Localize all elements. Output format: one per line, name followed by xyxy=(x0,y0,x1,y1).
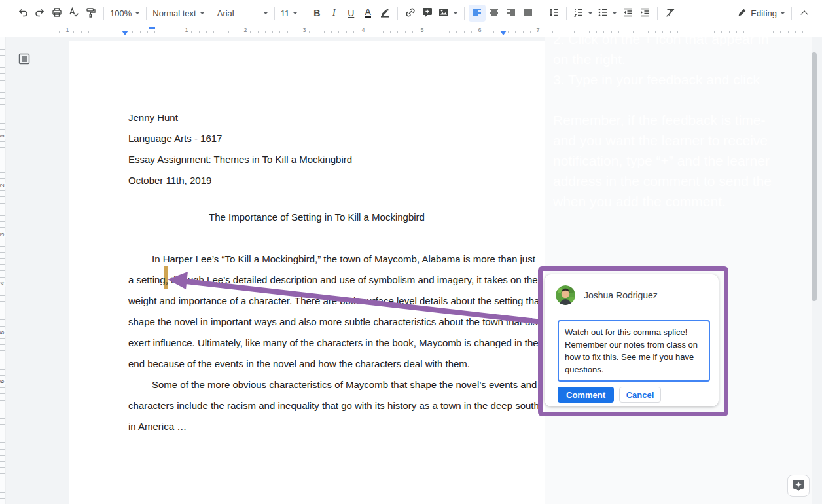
highlighter-icon xyxy=(379,7,391,20)
divider xyxy=(211,7,211,20)
text-color-icon: A xyxy=(365,8,371,18)
chevron-down-icon xyxy=(135,12,140,14)
doc-title-line[interactable]: The Importance of Setting in To Kill a M… xyxy=(128,207,505,228)
align-right-icon xyxy=(505,7,517,20)
paint-roller-icon xyxy=(85,7,97,20)
underline-button[interactable]: U xyxy=(342,5,359,22)
align-center-button[interactable] xyxy=(486,5,503,22)
align-right-button[interactable] xyxy=(503,5,520,22)
insert-image-button[interactable] xyxy=(436,5,460,22)
doc-line[interactable] xyxy=(128,228,505,249)
show-outline-button[interactable] xyxy=(16,51,33,68)
doc-line[interactable]: Some of the more obvious characteristics… xyxy=(128,374,505,395)
divider xyxy=(146,7,147,20)
right-indent-marker[interactable] xyxy=(500,31,507,35)
align-center-icon xyxy=(488,7,500,20)
ruler-number: 5 xyxy=(0,329,6,335)
editing-mode-select[interactable]: Editing xyxy=(735,5,787,22)
paragraph-style-select[interactable]: Normal text xyxy=(151,5,206,22)
decrease-indent-button[interactable] xyxy=(619,5,636,22)
comment-header: Joshua Rodriguez xyxy=(556,285,658,305)
divider xyxy=(397,7,398,20)
first-line-indent-marker[interactable] xyxy=(149,27,155,29)
ruler-number: 3 xyxy=(300,27,308,33)
ruler-number: 5 xyxy=(418,27,425,33)
paint-format-button[interactable] xyxy=(82,5,99,22)
add-comment-button[interactable] xyxy=(419,5,436,22)
comment-cancel-button[interactable]: Cancel xyxy=(619,387,661,403)
chevron-up-icon xyxy=(800,10,808,18)
link-icon xyxy=(404,7,416,20)
ruler-number: 3 xyxy=(0,231,6,237)
image-icon xyxy=(438,7,450,20)
style-value: Normal text xyxy=(152,9,196,18)
vertical-ruler[interactable]: 123456 xyxy=(0,37,6,504)
doc-line[interactable]: weight and importance of a character. Th… xyxy=(128,291,505,312)
ruler-number: 6 xyxy=(476,27,483,33)
comment-submit-button[interactable]: Comment xyxy=(558,387,614,403)
justify-icon xyxy=(522,7,534,20)
bulleted-list-icon xyxy=(597,7,609,20)
hide-menus-button[interactable] xyxy=(796,5,813,22)
tutorial-line: 2. Click on the + icon that appear in xyxy=(553,29,812,49)
google-docs-window: 100% Normal text Arial 11 B I U A Editin… xyxy=(0,0,822,504)
redo-button[interactable] xyxy=(31,5,48,22)
numbered-list-button[interactable] xyxy=(571,5,595,22)
doc-line[interactable]: a setting, through Lee’s detailed descri… xyxy=(128,270,505,291)
insert-link-button[interactable] xyxy=(402,5,419,22)
doc-line[interactable]: exert influence. Ultimately, like many o… xyxy=(128,333,505,353)
highlight-color-button[interactable] xyxy=(376,5,393,22)
clear-formatting-icon xyxy=(664,7,676,20)
tutorial-line: Remember, if the feedback is time- xyxy=(553,110,812,130)
vertical-scrollbar[interactable] xyxy=(812,52,817,301)
left-indent-marker[interactable] xyxy=(122,31,128,35)
ruler-number: 4 xyxy=(359,27,366,33)
document-outline-icon xyxy=(18,52,31,67)
chevron-down-icon xyxy=(293,12,298,14)
doc-line[interactable]: Language Arts - 1617 xyxy=(128,128,505,149)
undo-button[interactable] xyxy=(14,5,31,22)
clear-formatting-button[interactable] xyxy=(662,5,679,22)
tutorial-line: when you add the comment. xyxy=(553,191,812,211)
doc-line[interactable]: shape the novel in important ways and al… xyxy=(128,312,505,333)
doc-line[interactable]: October 11th, 2019 xyxy=(128,170,505,191)
font-select[interactable]: Arial xyxy=(215,5,270,22)
doc-line[interactable]: characters include the racism and inequa… xyxy=(128,395,505,416)
doc-line[interactable]: end because of the events in the novel a… xyxy=(128,353,505,374)
doc-line[interactable] xyxy=(128,191,505,207)
tutorial-line xyxy=(553,90,812,110)
comment-input[interactable]: Watch out for this comma splice! Remembe… xyxy=(558,320,710,382)
doc-line[interactable]: Essay Assignment: Themes in To Kill a Mo… xyxy=(128,149,505,170)
print-button[interactable] xyxy=(48,5,65,22)
comment-author: Joshua Rodriguez xyxy=(584,290,658,300)
bulleted-list-button[interactable] xyxy=(595,5,619,22)
italic-button[interactable]: I xyxy=(325,5,342,22)
ruler-number: 1 xyxy=(0,133,6,139)
divider xyxy=(791,7,792,20)
bold-button[interactable]: B xyxy=(308,5,325,22)
font-size-select[interactable]: 11 xyxy=(279,5,300,22)
spellcheck-button[interactable] xyxy=(65,5,82,22)
decrease-indent-icon xyxy=(622,7,634,20)
divider xyxy=(566,7,567,20)
text-color-button[interactable]: A xyxy=(359,5,376,22)
ruler-number: 4 xyxy=(0,280,6,286)
doc-line[interactable]: in America … xyxy=(128,416,505,437)
justify-button[interactable] xyxy=(520,5,537,22)
doc-line[interactable]: Jenny Hunt xyxy=(128,107,505,128)
doc-line[interactable]: In Harper Lee’s “To Kill a Mockingbird,”… xyxy=(128,249,505,270)
align-left-button[interactable] xyxy=(469,5,486,22)
ruler-number: 6 xyxy=(0,378,6,384)
redo-icon xyxy=(34,7,46,20)
bold-icon: B xyxy=(313,8,320,18)
font-value: Arial xyxy=(217,9,234,18)
ruler-number: 2 xyxy=(241,27,249,33)
line-spacing-button[interactable] xyxy=(545,5,562,22)
zoom-select[interactable]: 100% xyxy=(108,5,142,22)
increase-indent-button[interactable] xyxy=(636,5,653,22)
chevron-down-icon xyxy=(588,12,593,14)
document-page[interactable]: Jenny HuntLanguage Arts - 1617Essay Assi… xyxy=(69,41,545,504)
ruler-number: 1 xyxy=(183,27,190,33)
chevron-down-icon xyxy=(263,12,268,14)
explore-button[interactable] xyxy=(787,475,810,497)
